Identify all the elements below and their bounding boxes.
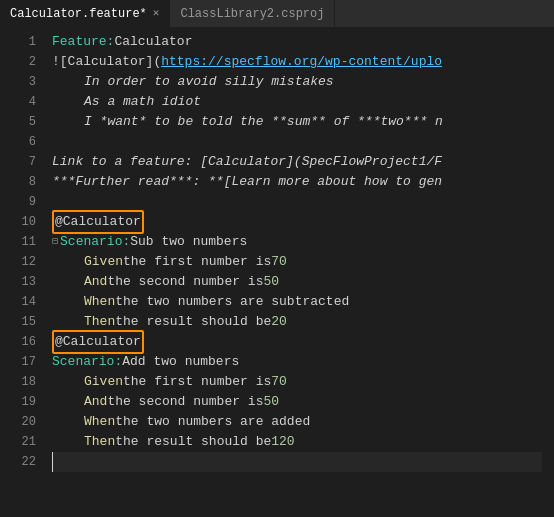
given1-keyword: Given <box>84 252 123 272</box>
code-line-11: ⊟ Scenario: Sub two numbers <box>52 232 542 252</box>
ln-19: 19 <box>0 392 36 412</box>
line3-text: In order to avoid silly mistakes <box>84 72 334 92</box>
and2-keyword: And <box>84 392 107 412</box>
and2-num: 50 <box>263 392 279 412</box>
tab-bar: Calculator.feature* ✕ ClassLibrary2.cspr… <box>0 0 554 28</box>
ln-13: 13 <box>0 272 36 292</box>
code-line-22 <box>52 452 542 472</box>
code-line-10: @Calculator <box>52 212 542 232</box>
code-line-19: And the second number is 50 <box>84 392 542 412</box>
ln-7: 7 <box>0 152 36 172</box>
ln-20: 20 <box>0 412 36 432</box>
ln-12: 12 <box>0 252 36 272</box>
tag2-text: @Calculator <box>55 334 141 349</box>
editor-area: 1 2 3 4 5 6 7 8 9 10 11 12 13 14 15 16 1… <box>0 28 554 517</box>
tag1-highlight: @Calculator <box>52 210 144 234</box>
then2-num: 120 <box>271 432 294 452</box>
ln-3: 3 <box>0 72 36 92</box>
code-line-9 <box>52 192 542 212</box>
tab-classlibrary[interactable]: ClassLibrary2.csproj <box>170 0 335 27</box>
given2-text: the first number is <box>123 372 271 392</box>
code-line-15: Then the result should be 20 <box>84 312 542 332</box>
ln-14: 14 <box>0 292 36 312</box>
given2-num: 70 <box>271 372 287 392</box>
code-line-1: Feature: Calculator <box>52 32 542 52</box>
feature-name: Calculator <box>114 32 192 52</box>
code-area[interactable]: Feature: Calculator ![Calculator](https:… <box>44 28 542 517</box>
code-line-5: I *want* to be told the **sum** of ***tw… <box>84 112 542 132</box>
then2-text: the result should be <box>115 432 271 452</box>
given2-keyword: Given <box>84 372 123 392</box>
ln-1: 1 <box>0 32 36 52</box>
when2-keyword: When <box>84 412 115 432</box>
ln-4: 4 <box>0 92 36 112</box>
line8-text: ***Further read***: **[Learn more about … <box>52 172 442 192</box>
code-line-20: When the two numbers are added <box>84 412 542 432</box>
and2-text: the second number is <box>107 392 263 412</box>
line5-text: I *want* to be told the **sum** of ***tw… <box>84 112 443 132</box>
line4-text: As a math idiot <box>84 92 201 112</box>
code-line-7: Link to a feature: [Calculator](SpecFlow… <box>52 152 542 172</box>
and1-text: the second number is <box>107 272 263 292</box>
tab-calculator-close[interactable]: ✕ <box>153 8 160 19</box>
ln-17: 17 <box>0 352 36 372</box>
ln-22: 22 <box>0 452 36 472</box>
when1-text: the two numbers are subtracted <box>115 292 349 312</box>
ln-21: 21 <box>0 432 36 452</box>
ln-10: 10 <box>0 212 36 232</box>
code-line-17: Scenario: Add two numbers <box>52 352 542 372</box>
and1-num: 50 <box>263 272 279 292</box>
code-line-4: As a math idiot <box>84 92 542 112</box>
then1-num: 20 <box>271 312 287 332</box>
code-line-8: ***Further read***: **[Learn more about … <box>52 172 542 192</box>
scenario2-keyword: Scenario: <box>52 352 122 372</box>
ln-2: 2 <box>0 52 36 72</box>
scrollbar[interactable] <box>542 28 554 517</box>
tag1-text: @Calculator <box>55 214 141 229</box>
scenario2-name: Add two numbers <box>122 352 239 372</box>
tab-calculator-label: Calculator.feature* <box>10 7 147 21</box>
ln-18: 18 <box>0 372 36 392</box>
code-line-2: ![Calculator](https://specflow.org/wp-co… <box>52 52 542 72</box>
then1-text: the result should be <box>115 312 271 332</box>
then1-keyword: Then <box>84 312 115 332</box>
line7-text: Link to a feature: [Calculator](SpecFlow… <box>52 152 442 172</box>
when1-keyword: When <box>84 292 115 312</box>
cursor-text <box>52 452 61 472</box>
ln-15: 15 <box>0 312 36 332</box>
ln-9: 9 <box>0 192 36 212</box>
collapse-icon-1[interactable]: ⊟ <box>52 232 58 252</box>
code-line-6 <box>52 132 542 152</box>
when2-text: the two numbers are added <box>115 412 310 432</box>
ln-6: 6 <box>0 132 36 152</box>
given1-num: 70 <box>271 252 287 272</box>
and1-keyword: And <box>84 272 107 292</box>
code-line-3: In order to avoid silly mistakes <box>84 72 542 92</box>
code-line-13: And the second number is 50 <box>84 272 542 292</box>
scenario1-keyword: Scenario: <box>60 232 130 252</box>
code-line-18: Given the first number is 70 <box>84 372 542 392</box>
line2-text: ![Calculator]( <box>52 52 161 72</box>
tag2-highlight: @Calculator <box>52 330 144 354</box>
tab-calculator[interactable]: Calculator.feature* ✕ <box>0 0 170 27</box>
feature-keyword: Feature: <box>52 32 114 52</box>
ln-16: 16 <box>0 332 36 352</box>
code-line-21: Then the result should be 120 <box>84 432 542 452</box>
code-line-14: When the two numbers are subtracted <box>84 292 542 312</box>
tab-classlibrary-label: ClassLibrary2.csproj <box>180 7 324 21</box>
line2-link: https://specflow.org/wp-content/uplo <box>161 52 442 72</box>
ln-11: 11 <box>0 232 36 252</box>
ln-8: 8 <box>0 172 36 192</box>
given1-text: the first number is <box>123 252 271 272</box>
then2-keyword: Then <box>84 432 115 452</box>
scenario1-name: Sub two numbers <box>130 232 247 252</box>
code-line-16: @Calculator <box>52 332 542 352</box>
line-numbers: 1 2 3 4 5 6 7 8 9 10 11 12 13 14 15 16 1… <box>0 28 44 517</box>
code-line-12: Given the first number is 70 <box>84 252 542 272</box>
ln-5: 5 <box>0 112 36 132</box>
